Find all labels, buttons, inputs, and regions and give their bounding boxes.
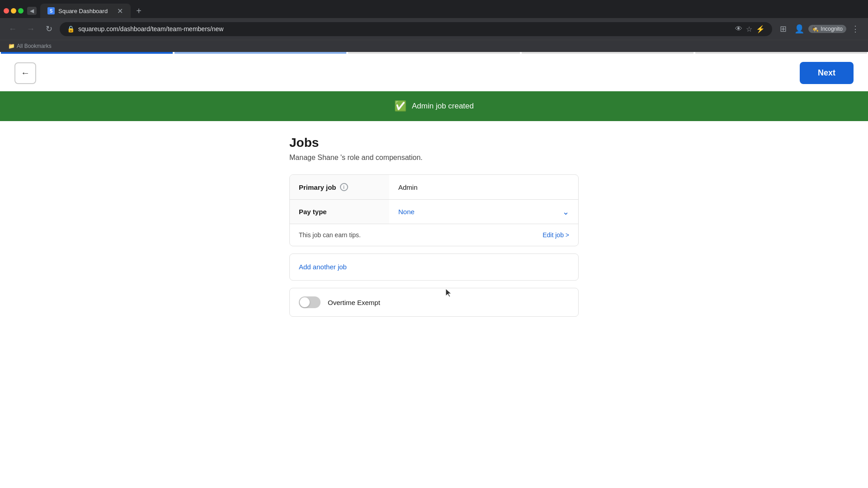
pay-type-label-cell: Pay type: [290, 200, 389, 224]
success-banner: ✅ Admin job created: [0, 91, 868, 121]
pay-type-value-cell[interactable]: None ⌄: [389, 202, 578, 222]
reload-button[interactable]: ↻: [42, 22, 56, 36]
check-circle-icon: ✅: [394, 100, 406, 112]
bookmarks-folder[interactable]: 📁 All Bookmarks: [5, 42, 54, 50]
toggle-thumb: [300, 297, 310, 307]
progress-step-1: [1, 52, 173, 54]
back-button[interactable]: ←: [14, 62, 36, 84]
progress-step-5: [695, 52, 867, 54]
close-button[interactable]: [18, 8, 24, 14]
pay-type-select[interactable]: None ⌄: [398, 207, 569, 217]
progress-step-3: [348, 52, 520, 54]
add-another-job-link[interactable]: Add another job: [299, 263, 347, 271]
page-subtitle: Manage Shane 's role and compensation.: [289, 154, 579, 162]
overtime-toggle[interactable]: [299, 296, 321, 308]
back-arrow-icon: ←: [21, 68, 30, 78]
extensions-button[interactable]: ⊞: [776, 22, 790, 36]
primary-job-row: Primary job i Admin: [290, 175, 578, 200]
info-icon[interactable]: i: [340, 183, 348, 191]
back-nav-button[interactable]: ←: [5, 22, 20, 36]
tab-back-arrow[interactable]: ◀: [27, 7, 37, 15]
edit-job-link[interactable]: Edit job >: [542, 231, 569, 239]
chevron-down-icon: ⌄: [562, 207, 569, 217]
tab-title: Square Dashboard: [58, 8, 113, 14]
next-button[interactable]: Next: [800, 62, 854, 84]
jobs-card: Primary job i Admin Pay type None: [289, 174, 579, 246]
address-bar[interactable]: 🔒 squareup.com/dashboard/team/team-membe…: [60, 22, 772, 36]
primary-job-label-cell: Primary job i: [290, 175, 389, 199]
progress-step-2: [175, 52, 346, 54]
star-icon[interactable]: ☆: [746, 25, 752, 33]
tab-favicon: S: [47, 7, 55, 14]
main-content: Jobs Manage Shane 's role and compensati…: [0, 121, 868, 331]
active-tab[interactable]: S Square Dashboard ✕: [40, 4, 131, 18]
primary-job-label: Primary job: [299, 183, 336, 191]
overtime-label: Overtime Exempt: [328, 299, 380, 306]
page-title: Jobs: [289, 136, 579, 150]
extension-icon[interactable]: ⚡: [756, 25, 765, 33]
primary-job-value-cell: Admin: [389, 175, 578, 199]
progress-step-4: [522, 52, 693, 54]
forward-nav-button[interactable]: →: [24, 22, 38, 36]
action-bar: ← Next: [0, 55, 868, 91]
pay-type-row: Pay type None ⌄: [290, 200, 578, 224]
tab-close-icon[interactable]: ✕: [116, 7, 123, 14]
add-another-job-card[interactable]: Add another job: [289, 253, 579, 281]
profile-button[interactable]: 👤: [792, 22, 807, 36]
success-text: Admin job created: [412, 102, 474, 111]
tips-text: This job can earn tips.: [299, 231, 361, 239]
eye-off-icon: 👁: [735, 25, 742, 33]
pay-type-label: Pay type: [299, 208, 327, 216]
minimize-button[interactable]: [4, 8, 9, 14]
maximize-button[interactable]: [11, 8, 16, 14]
new-tab-button[interactable]: +: [132, 5, 145, 17]
folder-icon: 📁: [8, 43, 15, 49]
menu-button[interactable]: ⋮: [848, 22, 863, 36]
pay-type-value: None: [398, 208, 415, 216]
primary-job-value: Admin: [398, 183, 418, 191]
tips-row: This job can earn tips. Edit job >: [290, 224, 578, 246]
incognito-icon: 🕵️: [812, 26, 819, 32]
incognito-badge: 🕵️ Incognito: [808, 25, 846, 33]
overtime-card: Overtime Exempt: [289, 288, 579, 317]
url-text: squareup.com/dashboard/team/team-members…: [78, 25, 731, 33]
lock-icon: 🔒: [67, 25, 75, 33]
